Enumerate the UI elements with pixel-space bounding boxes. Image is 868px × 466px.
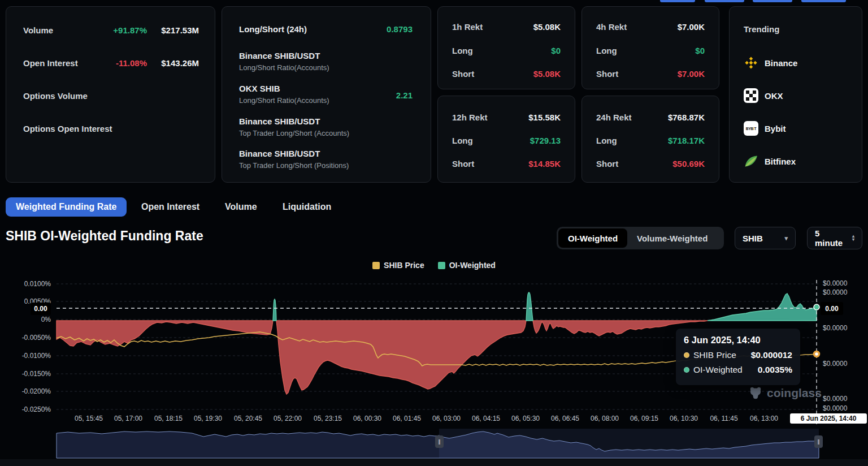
ratio-value: 2.21: [396, 90, 413, 100]
drag-handle-icon: ∥: [817, 439, 820, 445]
tab-open-interest[interactable]: Open Interest: [132, 197, 209, 217]
bybit-icon: BYBIT: [744, 121, 758, 136]
y-axis-tick-right: $0.0000: [823, 404, 847, 413]
legend-label: SHIB Price: [384, 261, 424, 270]
ratio-title: OKX SHIB: [239, 84, 413, 93]
chevron-down-icon: ▾: [784, 235, 788, 242]
rekt-long-label: Long: [596, 46, 617, 55]
bitfinex-icon: [744, 154, 758, 169]
okx-ls-accounts-row: OKX SHIB Long/Short Ratio(Accounts) 2.21: [239, 84, 413, 105]
x-axis-tick: 05, 15:45: [75, 414, 103, 423]
watermark-text: coinglass: [767, 386, 822, 400]
y-axis-tick: -0.0050%: [0, 333, 51, 342]
navigator-selected-range[interactable]: [439, 429, 819, 458]
y-axis-tick: -0.0150%: [0, 369, 51, 378]
exchange-name: OKX: [765, 91, 783, 101]
navigator-right-handle[interactable]: ∥: [814, 435, 823, 448]
page-title: SHIB OI-Weighted Funding Rate: [6, 228, 203, 244]
rekt-long-label: Long: [452, 46, 473, 55]
binance-ls-accounts-row: Binance SHIB/USDT Long/Short Ratio(Accou…: [239, 51, 413, 72]
rekt-title: 12h Rekt: [452, 113, 488, 122]
stat-row-options-volume: Options Volume: [23, 90, 199, 101]
trending-item-bitfinex[interactable]: Bitfinex: [744, 153, 796, 169]
stat-row-open-interest: Open Interest -11.08% $143.26M: [23, 57, 199, 68]
x-axis-tick: 06, 00:30: [353, 414, 381, 423]
ratio-subtitle: Top Trader Long/Short (Positions): [239, 161, 413, 170]
stat-label: Volume: [23, 25, 93, 35]
x-axis-tick: 06, 03:00: [432, 414, 461, 423]
trending-item-okx[interactable]: OKX: [744, 88, 783, 103]
stat-label: Options Volume: [23, 91, 199, 101]
okx-icon: [744, 88, 758, 103]
coinglass-bear-icon: [749, 386, 762, 400]
top-edge-button-fragment[interactable]: [660, 0, 695, 2]
weighting-toggle: OI-Weighted Volume-Weighted: [557, 227, 724, 249]
yellow-dot-icon: [684, 352, 689, 358]
top-edge-button-fragment[interactable]: [801, 0, 846, 2]
y-axis-tick-right: $0.0000: [823, 359, 847, 368]
rekt-long-value: $0: [551, 46, 561, 55]
rekt-total: $15.58K: [528, 113, 561, 122]
legend-label: OI-Weighted: [449, 261, 496, 270]
legend-swatch-green: [438, 262, 445, 269]
trending-title: Trending: [744, 24, 779, 34]
rekt-long-label: Long: [452, 136, 473, 145]
x-axis-tick: 06, 11:45: [710, 414, 737, 423]
long-short-title: Long/Short (24h): [239, 24, 307, 34]
trending-item-binance[interactable]: Binance: [744, 55, 797, 71]
y-axis-tick: -0.0200%: [0, 387, 51, 396]
ratio-subtitle: Long/Short Ratio(Accounts): [239, 96, 413, 105]
y-axis-tick-right: $0.0000: [823, 288, 847, 297]
trending-item-bybit[interactable]: BYBIT Bybit: [744, 120, 786, 136]
legend-item-shib-price[interactable]: SHIB Price: [372, 261, 424, 270]
tooltip-value: 0.0035%: [758, 365, 792, 375]
market-stats-card: Volume +91.87% $217.53M Open Interest -1…: [6, 6, 215, 183]
y-axis-tick-right: $0.0000: [823, 394, 847, 403]
exchange-name: Bitfinex: [765, 157, 796, 166]
symbol-select[interactable]: SHIB ▾: [735, 227, 796, 249]
toggle-oi-weighted[interactable]: OI-Weighted: [558, 228, 627, 248]
x-axis-tick: 06, 01:45: [393, 414, 421, 423]
stat-change: -11.08%: [93, 58, 147, 68]
tab-volume[interactable]: Volume: [216, 197, 266, 217]
chart-legend: SHIB Price OI-Weighted: [0, 261, 868, 270]
binance-top-trader-accounts-row: Binance SHIB/USDT Top Trader Long/Short …: [239, 116, 413, 137]
symbol-select-value: SHIB: [743, 234, 763, 243]
interval-select[interactable]: 5 minute ▴▾: [807, 227, 862, 249]
stat-row-options-open-interest: Options Open Interest: [23, 123, 199, 134]
stat-label: Open Interest: [23, 58, 93, 68]
tab-label: Open Interest: [141, 202, 199, 212]
navigator-left-handle[interactable]: ∥: [435, 435, 444, 448]
x-axis-tick: 05, 17:00: [114, 414, 142, 423]
coinglass-dashboard: Volume +91.87% $217.53M Open Interest -1…: [0, 0, 868, 466]
toggle-volume-weighted[interactable]: Volume-Weighted: [627, 228, 717, 248]
x-axis-tick: 06, 08:00: [591, 414, 619, 423]
ratio-title: Binance SHIB/USDT: [239, 149, 413, 158]
crosshair-right-badge: 0.00: [821, 302, 843, 315]
x-axis-tick: 05, 19:30: [194, 414, 222, 423]
stat-value: $143.26M: [147, 58, 199, 68]
tab-liquidation[interactable]: Liquidation: [274, 197, 340, 217]
x-axis-tick: 06, 13:00: [750, 414, 778, 423]
rekt-title: 4h Rekt: [596, 22, 627, 32]
top-edge-button-fragment[interactable]: [705, 0, 744, 2]
ratio-subtitle: Top Trader Long/Short (Accounts): [239, 129, 413, 137]
y-axis-tick: 0.0100%: [0, 279, 51, 288]
y-axis-tick: -0.0250%: [0, 405, 51, 414]
long-short-card: Long/Short (24h) 0.8793 Binance SHIB/USD…: [222, 6, 431, 183]
top-edge-button-fragment[interactable]: [753, 0, 792, 2]
exchange-name: Bybit: [765, 124, 786, 133]
rekt-total: $5.08K: [533, 22, 561, 32]
rekt-short-value: $7.00K: [678, 69, 705, 79]
coinglass-watermark: coinglass: [749, 386, 822, 400]
rekt-long-value: $0: [695, 46, 705, 55]
binance-top-trader-positions-row: Binance SHIB/USDT Top Trader Long/Short …: [239, 149, 413, 170]
x-axis-tick: 06, 06:45: [551, 414, 579, 423]
tab-weighted-funding-rate[interactable]: Weighted Funding Rate: [6, 197, 127, 217]
rekt-short-label: Short: [596, 159, 618, 169]
crosshair-left-badge: 0.00: [31, 303, 51, 315]
legend-item-oi-weighted[interactable]: OI-Weighted: [438, 261, 496, 270]
tooltip-label: OI-Weighted: [693, 365, 743, 375]
rekt-title: 1h Rekt: [452, 22, 483, 32]
y-axis-tick: 0%: [0, 315, 51, 324]
